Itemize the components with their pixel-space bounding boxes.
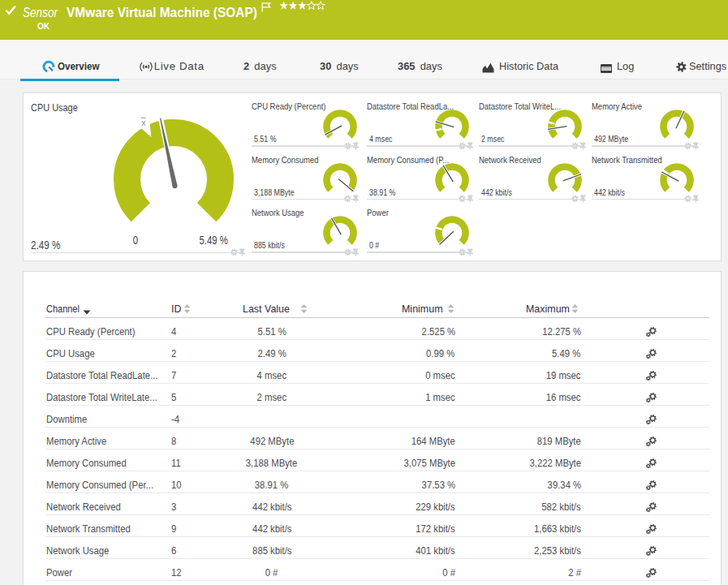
svg-text:x: x	[142, 118, 147, 127]
